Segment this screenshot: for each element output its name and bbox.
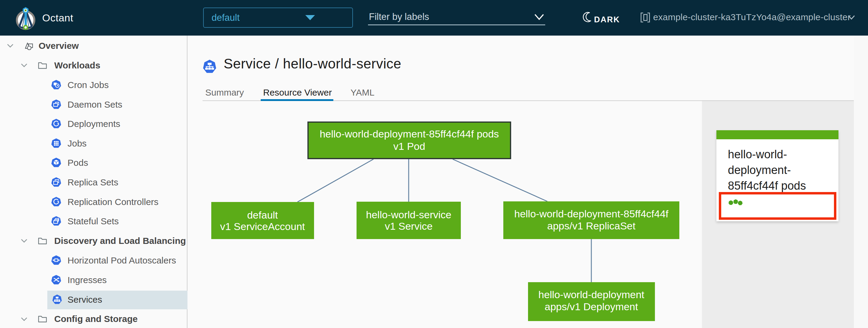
svg-text:apps/v1 Deployment: apps/v1 Deployment bbox=[545, 301, 638, 312]
svg-text:hello-world-service: hello-world-service bbox=[366, 209, 451, 220]
svg-text:hello-world-deployment-85ff4cf: hello-world-deployment-85ff4cf44f pods bbox=[320, 128, 499, 140]
svg-text:apps/v1 ReplicaSet: apps/v1 ReplicaSet bbox=[547, 220, 636, 232]
svg-text:v1 ServiceAccount: v1 ServiceAccount bbox=[220, 221, 305, 232]
svg-text:default: default bbox=[247, 209, 278, 221]
svg-text:hello-world-deployment: hello-world-deployment bbox=[538, 289, 644, 300]
svg-text:v1 Pod: v1 Pod bbox=[393, 141, 425, 152]
svg-text:v1 Service: v1 Service bbox=[385, 220, 433, 232]
svg-text:hello-world-deployment-85ff4cf: hello-world-deployment-85ff4cf44f bbox=[514, 208, 669, 219]
